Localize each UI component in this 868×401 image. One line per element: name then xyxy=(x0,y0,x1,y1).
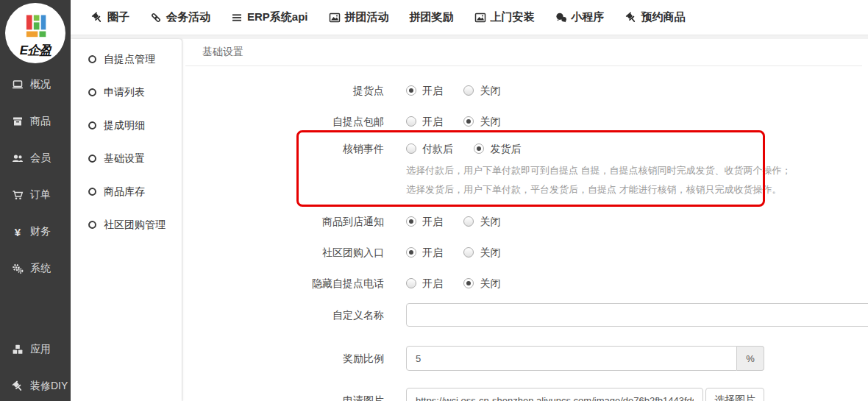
radio-icon[interactable] xyxy=(406,85,416,96)
nav-item-conference[interactable]: 会务活动 xyxy=(140,0,221,35)
circle-icon xyxy=(88,154,97,163)
radio-icon[interactable] xyxy=(406,216,416,227)
sidebar-item-label: 系统 xyxy=(30,262,51,275)
nav-item-label: 预约商品 xyxy=(641,10,686,24)
sidebar-item-overview[interactable]: 概况 xyxy=(0,66,71,103)
radio-label: 关闭 xyxy=(480,245,500,260)
image-icon xyxy=(474,12,486,24)
radio-option-on[interactable]: 开启 xyxy=(406,83,443,98)
sidebar-item-label: 订单 xyxy=(30,188,51,202)
nav-item-label: 拼团奖励 xyxy=(410,10,454,24)
radio-option-off[interactable]: 关闭 xyxy=(463,245,500,260)
sidebar-item-diy[interactable]: 装修DIY xyxy=(0,368,71,401)
gavel-icon xyxy=(91,12,103,24)
field-label: 自定义名称 xyxy=(182,303,406,327)
radio-label: 开启 xyxy=(422,114,443,129)
choose-image-button[interactable]: 选择图片 xyxy=(705,388,764,401)
radio-label: 关闭 xyxy=(480,114,500,129)
radio-icon[interactable] xyxy=(463,216,474,227)
main-panel: 基础设置 提货点 开启 关闭 自提点包邮 开启 关闭 核销事件 付款后 xyxy=(182,39,868,401)
radio-option-on[interactable]: 开启 xyxy=(406,245,443,260)
radio-icon[interactable] xyxy=(463,247,474,258)
radio-icon[interactable] xyxy=(406,143,416,154)
radio-option-off[interactable]: 关闭 xyxy=(463,276,500,291)
sidebar-item-members[interactable]: 会员 xyxy=(0,140,71,177)
submenu-item-label: 商品库存 xyxy=(104,185,145,199)
sidebar-item-label: 装修DIY xyxy=(30,380,68,393)
radio-icon[interactable] xyxy=(463,116,474,127)
sidebar-spacer xyxy=(0,287,71,331)
help-line: 选择付款后，用户下单付款即可到自提点 自提，自提点核销同时完成发货、收货两个操作… xyxy=(406,161,868,180)
secondary-sidebar: 自提点管理 申请列表 提成明细 基础设置 商品库存 社区团购管理 xyxy=(71,39,182,401)
nav-item-miniprogram[interactable]: 小程序 xyxy=(545,0,615,35)
radio-option-on[interactable]: 开启 xyxy=(406,214,443,229)
apply-image-url-input[interactable] xyxy=(406,388,703,401)
radio-icon[interactable] xyxy=(463,85,474,96)
sidebar-item-label: 商品 xyxy=(30,115,51,128)
radio-label: 开启 xyxy=(422,276,443,291)
radio-option-on[interactable]: 开启 xyxy=(406,276,443,291)
nav-item-label: 会务活动 xyxy=(166,10,210,24)
radio-icon[interactable] xyxy=(406,247,416,258)
custom-name-input[interactable] xyxy=(406,303,868,327)
image-icon xyxy=(329,12,341,24)
circle-icon xyxy=(88,121,97,130)
sidebar-item-orders[interactable]: 订单 xyxy=(0,177,71,213)
field-label: 社区团购入口 xyxy=(182,245,406,260)
gavel-icon xyxy=(625,12,637,24)
sidebar-item-system[interactable]: 系统 xyxy=(0,250,71,287)
reward-ratio-input[interactable] xyxy=(406,346,737,371)
radio-option-off[interactable]: 关闭 xyxy=(463,214,500,229)
radio-label: 关闭 xyxy=(480,214,500,229)
radio-icon[interactable] xyxy=(474,143,484,154)
link-icon xyxy=(150,12,162,24)
nav-item-install[interactable]: 上门安装 xyxy=(464,0,545,35)
radio-icon[interactable] xyxy=(406,116,416,127)
submenu-item-commission-detail[interactable]: 提成明细 xyxy=(71,109,182,142)
nav-item-circle[interactable]: 圈子 xyxy=(81,0,140,35)
submenu-item-label: 提成明细 xyxy=(104,119,145,132)
sidebar-item-apps[interactable]: 应用 xyxy=(0,331,71,368)
wechat-icon xyxy=(555,12,567,24)
gavel-icon xyxy=(10,380,26,392)
nav-item-booking-goods[interactable]: 预约商品 xyxy=(615,0,696,35)
nav-item-erp-api[interactable]: ERP系统api xyxy=(221,0,319,35)
primary-sidebar: E企盈 概况 商品 会员 订单 ¥ 财务 xyxy=(0,0,71,401)
radio-label: 付款后 xyxy=(422,141,453,156)
nav-item-group-activity[interactable]: 拼团活动 xyxy=(319,0,399,35)
radio-label: 开启 xyxy=(422,245,443,260)
submenu-item-basic-settings[interactable]: 基础设置 xyxy=(71,142,182,175)
form-row-hide-phone: 隐藏自提点电话 开启 关闭 xyxy=(182,276,868,291)
sidebar-item-label: 应用 xyxy=(30,343,51,356)
circle-icon xyxy=(88,220,97,230)
nav-item-group-reward[interactable]: 拼团奖励 xyxy=(399,0,464,35)
sidebar-item-finance[interactable]: ¥ 财务 xyxy=(0,213,71,250)
orders-icon xyxy=(10,189,26,201)
submenu-item-pickup-manage[interactable]: 自提点管理 xyxy=(71,43,182,76)
radio-option-on[interactable]: 开启 xyxy=(406,114,443,129)
circle-icon xyxy=(88,88,97,97)
sidebar-item-goods[interactable]: 商品 xyxy=(0,103,71,140)
finance-icon: ¥ xyxy=(10,226,26,238)
radio-option-after-payment[interactable]: 付款后 xyxy=(406,141,453,156)
radio-icon[interactable] xyxy=(463,278,474,288)
nav-item-label: 拼团活动 xyxy=(345,10,389,24)
nav-item-label: 圈子 xyxy=(107,10,129,24)
radio-option-off[interactable]: 关闭 xyxy=(463,83,500,98)
submenu-item-label: 自提点管理 xyxy=(104,53,155,66)
logo-glyph xyxy=(19,11,51,43)
field-label: 自提点包邮 xyxy=(182,114,406,129)
submenu-item-community-group[interactable]: 社区团购管理 xyxy=(71,208,182,241)
field-help-text: 选择付款后，用户下单付款即可到自提点 自提，自提点核销同时完成发货、收货两个操作… xyxy=(406,161,868,199)
primary-menu: 概况 商品 会员 订单 ¥ 财务 系统 xyxy=(0,66,71,401)
submenu-item-goods-stock[interactable]: 商品库存 xyxy=(71,175,182,208)
field-label: 隐藏自提点电话 xyxy=(182,276,406,291)
radio-icon[interactable] xyxy=(406,278,416,288)
submenu-item-apply-list[interactable]: 申请列表 xyxy=(71,76,182,109)
brand-logo[interactable]: E企盈 xyxy=(5,3,65,63)
radio-option-off[interactable]: 关闭 xyxy=(463,114,500,129)
radio-option-after-delivery[interactable]: 发货后 xyxy=(474,141,521,156)
form-row-custom-name: 自定义名称 xyxy=(182,303,868,327)
members-icon xyxy=(10,152,26,164)
field-label: 奖励比例 xyxy=(182,346,406,371)
